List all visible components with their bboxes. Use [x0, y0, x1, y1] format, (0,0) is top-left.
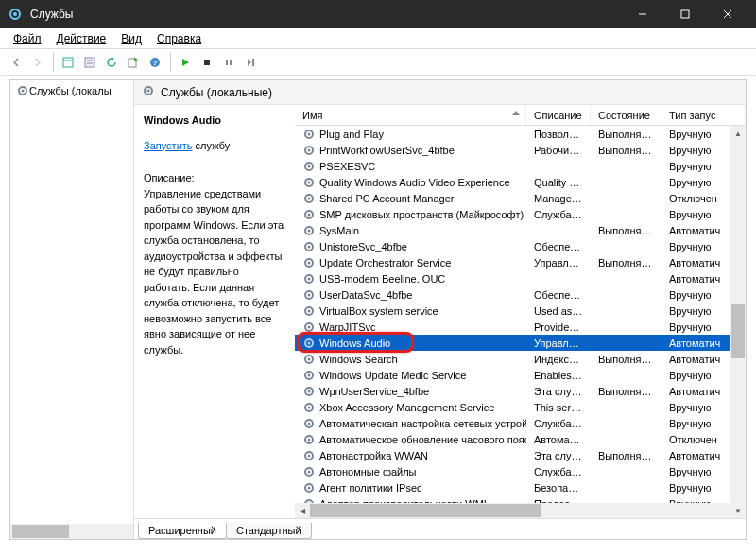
service-row[interactable]: UnistoreSvc_4bfbeОбеспечи...Вручную [295, 238, 746, 254]
toolbar-export-button[interactable] [123, 52, 144, 73]
list-hscrollbar[interactable]: ◀ ▶ [295, 503, 746, 518]
window-title: Службы [30, 8, 621, 21]
gear-icon [302, 288, 316, 302]
service-row[interactable]: Update Orchestrator ServiceУправляет...В… [295, 254, 746, 270]
service-name: Shared PC Account Manager [319, 193, 454, 204]
svg-rect-17 [252, 59, 254, 66]
service-desc: Manages p... [526, 193, 591, 204]
list-vscrollbar[interactable]: ▲ ▼ [730, 126, 746, 518]
service-row[interactable]: PSEXESVCВручную [295, 158, 746, 174]
service-row[interactable]: Автономные файлыСлужба ав...Вручную [295, 463, 746, 479]
svg-point-67 [308, 486, 311, 489]
svg-point-33 [308, 213, 311, 216]
menu-view[interactable]: Вид [113, 30, 149, 47]
maximize-button[interactable] [663, 0, 706, 28]
service-row[interactable]: WpnUserService_4bfbeЭта служб...Выполняе… [295, 383, 746, 399]
close-button[interactable] [706, 0, 748, 28]
service-row[interactable]: Quality Windows Audio Video ExperienceQu… [295, 174, 746, 190]
pause-service-button[interactable] [218, 52, 239, 73]
service-row[interactable]: Агент политики IPsecБезопасно...Вручную [295, 479, 746, 495]
service-list: Имя Описание Состояние Тип запус Plug an… [295, 105, 746, 518]
service-name: USB-modem Beeline. OUC [319, 273, 445, 285]
column-startup[interactable]: Тип запус [662, 105, 746, 125]
service-row[interactable]: Автонастройка WWANЭта служб...Выполняетс… [295, 447, 746, 463]
svg-point-43 [308, 293, 311, 296]
svg-point-57 [308, 406, 311, 408]
forward-button[interactable] [27, 52, 48, 73]
service-desc: Безопасно... [526, 482, 591, 494]
menu-file[interactable]: Файл [6, 30, 49, 47]
service-row[interactable]: Plug and PlayПозволяет...ВыполняетсяВруч… [295, 126, 746, 142]
service-row[interactable]: VirtualBox system serviceUsed as a ...Вр… [295, 303, 746, 319]
tab-extended[interactable]: Расширенный [138, 523, 227, 539]
gear-icon [302, 385, 316, 398]
tree-pane: Службы (локалы [10, 80, 134, 539]
service-name: Update Orchestrator Service [319, 257, 451, 269]
toolbar-refresh-button[interactable] [101, 52, 122, 73]
svg-rect-14 [204, 60, 210, 65]
service-row[interactable]: PrintWorkflowUserSvc_4bfbeРабочий п...Вы… [295, 142, 746, 158]
service-desc: Служба уз... [526, 209, 591, 220]
content-header-label: Службы (локальные) [161, 86, 272, 99]
detail-service-title: Windows Audio [144, 113, 285, 129]
list-header: Имя Описание Состояние Тип запус [295, 105, 746, 126]
service-name: PrintWorkflowUserSvc_4bfbe [319, 145, 455, 156]
toolbar-view-button[interactable] [58, 52, 78, 73]
service-row[interactable]: SysMainВыполняетсяАвтоматич [295, 222, 746, 238]
tab-standard[interactable]: Стандартный [226, 523, 312, 539]
service-row[interactable]: Автоматическое обновление часового пояса… [295, 431, 746, 447]
gear-icon [302, 128, 316, 141]
service-row[interactable]: Shared PC Account ManagerManages p...Отк… [295, 190, 746, 206]
svg-point-61 [308, 438, 311, 441]
detail-pane: Windows Audio Запустить службу Описание:… [134, 105, 295, 518]
gear-icon [302, 321, 316, 334]
svg-point-47 [308, 325, 311, 328]
service-row[interactable]: Автоматическая настройка сетевых устройс… [295, 415, 746, 431]
stop-service-button[interactable] [197, 52, 217, 73]
column-name[interactable]: Имя [295, 105, 526, 125]
service-row[interactable]: UserDataSvc_4bfbeОбеспечи...Вручную [295, 286, 746, 303]
view-tabs: Расширенный Стандартный [134, 518, 746, 539]
menu-help[interactable]: Справка [149, 30, 209, 47]
service-row[interactable]: USB-modem Beeline. OUCАвтоматич [295, 270, 746, 286]
content-header: Службы (локальные) [134, 80, 746, 105]
service-desc: Рабочий п... [526, 145, 591, 156]
gear-icon [142, 84, 155, 100]
tree-root[interactable]: Службы (локалы [10, 80, 133, 101]
svg-point-53 [308, 373, 311, 376]
service-name: PSEXESVC [319, 161, 375, 172]
start-service-link[interactable]: Запустить [144, 140, 193, 151]
service-row[interactable]: Адаптер производительности WMIПредостав.… [295, 495, 746, 503]
service-name: WarpJITSvc [319, 321, 376, 333]
gear-icon [302, 369, 316, 382]
service-row[interactable]: SMP дисковых пространств (Майкрософт)Слу… [295, 206, 746, 222]
svg-point-27 [308, 165, 311, 167]
service-row[interactable]: Windows AudioУправлен...Автоматич [295, 335, 746, 351]
service-state: Выполняется [591, 354, 662, 365]
gear-icon [302, 240, 316, 253]
service-row[interactable]: Windows Update Medic ServiceEnables re..… [295, 367, 746, 383]
restart-service-button[interactable] [240, 52, 261, 73]
service-name: Windows Search [319, 354, 398, 365]
minimize-button[interactable] [621, 0, 663, 28]
detail-description: Управление средствами работы со звуком д… [144, 186, 285, 358]
start-service-button[interactable] [175, 52, 196, 73]
svg-point-25 [308, 148, 311, 151]
column-state[interactable]: Состояние [591, 105, 662, 125]
svg-point-37 [308, 245, 311, 248]
back-button[interactable] [6, 52, 26, 73]
gear-icon [16, 84, 29, 97]
service-row[interactable]: WarpJITSvcProvides a ...Вручную [295, 319, 746, 335]
toolbar-properties-button[interactable] [79, 52, 100, 73]
service-name: Автоматическое обновление часового пояса [319, 434, 526, 445]
service-name: VirtualBox system service [319, 305, 438, 317]
service-row[interactable]: Xbox Accessory Management ServiceThis se… [295, 399, 746, 415]
service-name: Windows Audio [319, 338, 390, 349]
toolbar-help-button[interactable]: ? [145, 52, 165, 73]
service-name: SMP дисковых пространств (Майкрософт) [319, 209, 524, 220]
service-row[interactable]: Windows SearchИндексиро...ВыполняетсяАвт… [295, 351, 746, 367]
column-description[interactable]: Описание [526, 105, 591, 125]
menu-action[interactable]: Действие [49, 30, 114, 47]
gear-icon [302, 160, 316, 173]
tree-hscrollbar[interactable] [10, 524, 133, 539]
